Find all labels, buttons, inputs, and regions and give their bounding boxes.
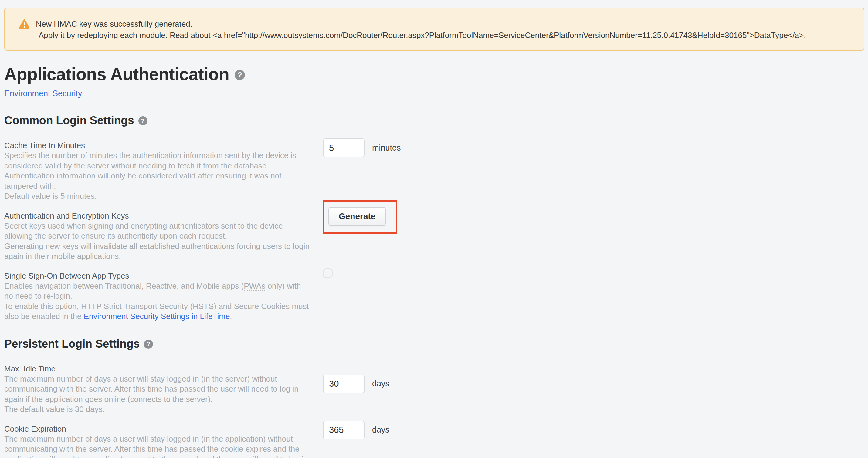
generate-button[interactable]: Generate xyxy=(329,207,386,226)
pwas-abbreviation: PWAs xyxy=(244,281,265,291)
field-description: Enables navigation between Traditional, … xyxy=(4,281,311,322)
unit-label: minutes xyxy=(372,143,401,153)
field-description: The maximum number of days a user will s… xyxy=(4,374,311,415)
description-line: Authentication information will only be … xyxy=(4,171,311,191)
banner-message: New HMAC key was successfully generated.… xyxy=(36,19,806,41)
field-row-auth-encryption-keys: Authentication and Encryption Keys Secre… xyxy=(4,211,868,262)
cache-time-input[interactable] xyxy=(323,139,365,157)
section-common-login-settings: Common Login Settings ? xyxy=(4,114,868,127)
warning-icon xyxy=(19,19,30,30)
description-text: . xyxy=(230,312,232,321)
unit-label: days xyxy=(372,379,390,389)
field-row-max-idle-time: Max. Idle Time The maximum number of day… xyxy=(4,364,868,415)
notification-banner: New HMAC key was successfully generated.… xyxy=(4,8,864,51)
description-line: Generating new keys will invalidate all … xyxy=(4,241,311,262)
field-row-cookie-expiration: Cookie Expiration The maximum number of … xyxy=(4,424,868,458)
page-title-row: Applications Authentication ? xyxy=(4,64,868,84)
field-row-single-sign-on: Single Sign-On Between App Types Enables… xyxy=(4,271,868,322)
description-line: Secret keys used when signing and encryp… xyxy=(4,221,311,241)
description-line: Default value is 5 minutes. xyxy=(4,191,311,202)
help-icon[interactable]: ? xyxy=(144,340,153,349)
field-label: Authentication and Encryption Keys xyxy=(4,211,311,221)
description-line: To enable this option, HTTP Strict Trans… xyxy=(4,301,311,322)
description-line: The default value is 30 days. xyxy=(4,404,311,415)
field-label: Cache Time In Minutes xyxy=(4,140,311,151)
field-label: Max. Idle Time xyxy=(4,364,311,374)
section-persistent-login-settings: Persistent Login Settings ? xyxy=(4,337,868,350)
page-title: Applications Authentication xyxy=(4,64,229,84)
banner-line2: Apply it by redeploying each module. Rea… xyxy=(36,30,806,41)
help-icon[interactable]: ? xyxy=(235,70,245,80)
sso-checkbox[interactable] xyxy=(323,268,333,278)
environment-security-link[interactable]: Environment Security xyxy=(4,89,82,98)
description-line: The maximum number of days a user will s… xyxy=(4,374,311,404)
environment-security-settings-lifetime-link[interactable]: Environment Security Settings in LifeTim… xyxy=(84,312,230,321)
section-title: Common Login Settings xyxy=(4,114,134,127)
section-title: Persistent Login Settings xyxy=(4,337,140,350)
field-description: The maximum number of days a user will s… xyxy=(4,434,311,458)
click-highlight-rectangle: Generate xyxy=(323,200,397,234)
field-label: Single Sign-On Between App Types xyxy=(4,271,311,281)
max-idle-time-input[interactable] xyxy=(323,374,365,393)
banner-line1: New HMAC key was successfully generated. xyxy=(36,19,806,30)
description-line: The maximum number of days a user will s… xyxy=(4,434,311,458)
unit-label: days xyxy=(372,425,390,435)
description-text: Enables navigation between Traditional, … xyxy=(4,281,244,291)
description-line: Enables navigation between Traditional, … xyxy=(4,281,311,301)
main-content: Applications Authentication ? Environmen… xyxy=(0,64,868,458)
field-description: Secret keys used when signing and encryp… xyxy=(4,221,311,262)
field-row-cache-time: Cache Time In Minutes Specifies the numb… xyxy=(4,140,868,202)
field-description: Specifies the number of minutes the auth… xyxy=(4,151,311,202)
help-icon[interactable]: ? xyxy=(138,116,148,125)
field-label: Cookie Expiration xyxy=(4,424,311,434)
description-line: Specifies the number of minutes the auth… xyxy=(4,151,311,171)
cookie-expiration-input[interactable] xyxy=(323,421,365,439)
